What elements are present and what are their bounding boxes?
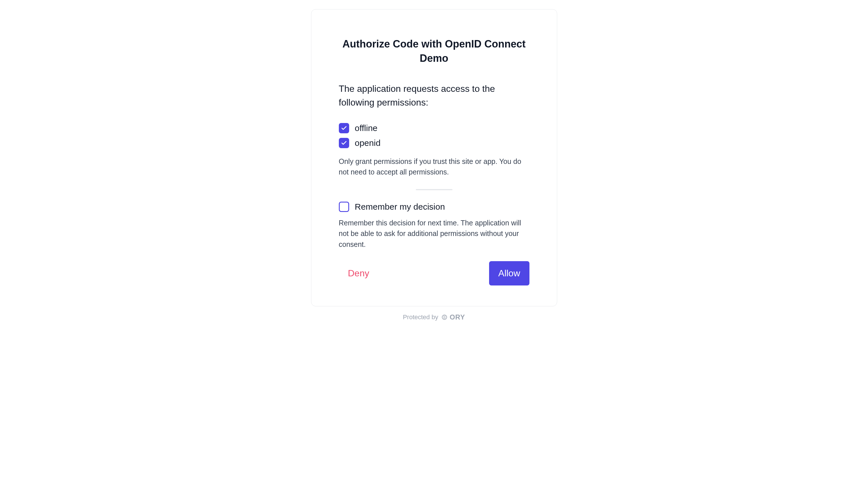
ory-logo-icon (441, 314, 448, 320)
divider (416, 189, 452, 190)
footer: Protected by ORY (311, 313, 557, 321)
ory-brand-text: ORY (450, 313, 465, 321)
permission-label: offline (355, 123, 378, 133)
permissions-description: The application requests access to the f… (339, 82, 529, 109)
check-icon (341, 140, 347, 146)
remember-checkbox[interactable] (339, 202, 349, 212)
deny-button[interactable]: Deny (339, 261, 379, 286)
permission-item-openid: openid (339, 138, 529, 148)
permissions-list: offline openid (339, 123, 529, 148)
permissions-helper-text: Only grant permissions if you trust this… (339, 156, 529, 178)
remember-label: Remember my decision (355, 202, 445, 212)
permission-checkbox-openid[interactable] (339, 138, 349, 148)
check-icon (341, 125, 347, 131)
allow-button[interactable]: Allow (489, 261, 529, 286)
button-row: Deny Allow (339, 261, 529, 286)
ory-logo: ORY (441, 313, 465, 321)
permission-checkbox-offline[interactable] (339, 123, 349, 133)
footer-text: Protected by (403, 314, 438, 321)
permission-item-offline: offline (339, 123, 529, 133)
permission-label: openid (355, 138, 380, 148)
remember-row: Remember my decision (339, 202, 529, 212)
page-title: Authorize Code with OpenID Connect Demo (339, 37, 529, 66)
remember-helper-text: Remember this decision for next time. Th… (339, 218, 529, 250)
consent-card: Authorize Code with OpenID Connect Demo … (311, 9, 557, 306)
